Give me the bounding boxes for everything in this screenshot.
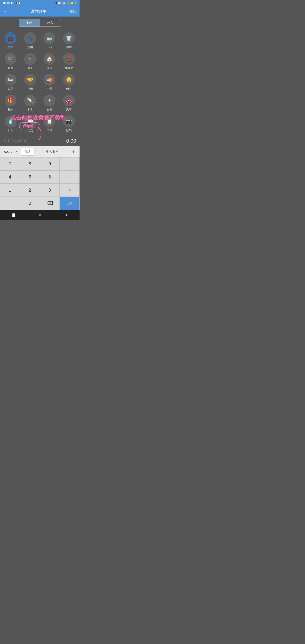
office-icon: 💼 (5, 32, 17, 44)
daily-label: 日化 (8, 128, 13, 132)
donation-icon: 🤝 (24, 74, 36, 86)
back-button[interactable]: ← (4, 8, 8, 14)
numpad-key-.[interactable]: . (0, 197, 20, 210)
category-item-tour[interactable]: ✈旅游 (40, 92, 59, 113)
cosmetics-icon: 💄 (63, 53, 75, 65)
system-nav-bar: ||| ○ < (0, 210, 80, 220)
category-item-fitness[interactable]: 🏃健身 (20, 51, 40, 72)
fitness-icon: 🏃 (24, 53, 36, 65)
category-item-elderly[interactable]: 👴老人 (59, 72, 79, 92)
housing-label: 住房 (47, 66, 52, 70)
numpad-key-div[interactable]: ÷ (60, 184, 80, 197)
car-icon: 🚗 (63, 94, 75, 106)
tour-icon: ✈ (44, 94, 55, 106)
hd-label: HD (58, 2, 62, 4)
page-title: 新增账单 (31, 9, 47, 14)
nav-menu-button[interactable]: ||| (12, 213, 15, 217)
category-item-daily[interactable]: 🧴日化 (1, 113, 20, 134)
donation-label: 捐赠 (27, 87, 33, 91)
numpad-key-7[interactable]: 7 (0, 157, 20, 170)
status-right: 🔇 HD 📶 4G 📶 🔋 (54, 2, 77, 4)
delivery-label: 快递 (47, 87, 52, 91)
housing-icon: 🏠 (44, 53, 55, 65)
snack-label: 零食 (27, 108, 33, 112)
category-item-delivery[interactable]: 🚚快递 (40, 72, 59, 92)
social-label: 社交 (27, 128, 33, 132)
fitness-label: 健身 (27, 66, 33, 70)
category-item-travel[interactable]: 🚌出行 (40, 30, 59, 51)
numpad-key-0[interactable]: 0 (20, 197, 40, 210)
numpad-key-6[interactable]: 6 (40, 170, 60, 184)
category-item-housing[interactable]: 🏠住房 (40, 51, 59, 72)
numpad-key-backspace[interactable]: ⌫ (40, 197, 60, 210)
account-label[interactable]: 个人账本 (36, 150, 69, 154)
category-item-cosmetics[interactable]: 💄化妆品 (59, 51, 79, 72)
category-item-shopping[interactable]: 🛒购物 (1, 51, 20, 72)
photo-icon: 🖼 (11, 2, 14, 5)
digital-label: 数码 (66, 128, 72, 132)
office-label: 办公 (8, 45, 13, 49)
date-label[interactable]: 2023-7-27 (3, 150, 20, 154)
remark-bar: 备注: 加点备注呗... 0.00 (0, 136, 80, 146)
tab-group: 支出 收入 (19, 19, 61, 27)
category-item-car[interactable]: 🚗汽车 (59, 92, 79, 113)
numpad-key-OK[interactable]: OK (60, 197, 80, 210)
gift-icon: 🎁 (5, 94, 17, 106)
snack-icon: 🍡 (24, 94, 36, 106)
battery-icon: 🔋 (74, 2, 77, 4)
travel-icon: 🚌 (44, 32, 55, 44)
amount-display: 0.00 (66, 138, 76, 144)
nav-back-button[interactable]: < (65, 213, 68, 217)
pet-label: 宠物 (27, 45, 33, 49)
remark-label: 备注: (4, 139, 11, 143)
numpad-key-8[interactable]: 8 (20, 157, 40, 170)
category-item-digital[interactable]: 📷数码 (59, 113, 79, 134)
social-icon: 💬 (24, 115, 36, 127)
numpad-key--[interactable]: - (60, 157, 80, 170)
shopping-label: 购物 (8, 66, 13, 70)
numpad-key-1[interactable]: 1 (0, 184, 20, 197)
category-item-donation[interactable]: 🤝捐赠 (20, 72, 40, 92)
tour-label: 旅游 (47, 108, 52, 112)
travel-label: 出行 (47, 45, 52, 49)
signal-bar: 📶 (70, 2, 73, 4)
category-item-office[interactable]: 💼办公 (1, 30, 20, 51)
numpad-key-3[interactable]: 3 (40, 184, 60, 197)
daily-icon: 🧴 (5, 115, 17, 127)
mute-icon: 🔇 (54, 2, 57, 4)
clothing-icon: 👕 (63, 32, 75, 44)
home-icon: 🛏 (5, 74, 17, 86)
elderly-icon: 👴 (63, 74, 75, 86)
category-item-gift[interactable]: 🎁礼物 (1, 92, 20, 113)
numpad-key-4[interactable]: 4 (0, 170, 20, 184)
add-account-button[interactable]: + (70, 148, 77, 155)
home-label: 家居 (8, 87, 13, 91)
books-icon: 📋 (44, 115, 55, 127)
shopping-icon: 🛒 (5, 53, 17, 65)
tab-switcher: 支出 收入 (0, 16, 80, 28)
numpad-key-2[interactable]: 2 (20, 184, 40, 197)
nav-home-button[interactable]: ○ (39, 213, 41, 217)
tab-income[interactable]: 收入 (40, 19, 61, 26)
numpad-key-mul[interactable]: × (60, 170, 80, 184)
elderly-label: 老人 (66, 87, 72, 91)
account-button[interactable]: 现金 (21, 148, 34, 156)
bottom-bar: 2023-7-27 现金 个人账本 + (0, 146, 80, 157)
numpad-key-5[interactable]: 5 (20, 170, 40, 184)
category-item-snack[interactable]: 🍡零食 (20, 92, 40, 113)
category-item-books[interactable]: 📋书籍 (40, 113, 59, 134)
category-item-pet[interactable]: 🐾宠物 (20, 30, 40, 51)
category-item-home[interactable]: 🛏家居 (1, 72, 20, 92)
done-button[interactable]: 完成 (69, 9, 76, 14)
status-left: 10:03 🖼 DeX (3, 2, 20, 5)
cosmetics-label: 化妆品 (65, 66, 73, 70)
category-grid: 💼办公🐾宠物🚌出行👕服饰🛒购物🏃健身🏠住房💄化妆品🛏家居🤝捐赠🚚快递👴老人🎁礼物… (0, 28, 80, 136)
category-item-clothing[interactable]: 👕服饰 (59, 30, 79, 51)
numpad-key-9[interactable]: 9 (40, 157, 60, 170)
tab-expense[interactable]: 支出 (19, 19, 40, 26)
remark-placeholder[interactable]: 加点备注呗... (12, 139, 30, 143)
category-item-social[interactable]: 💬社交 (20, 113, 40, 134)
header: ← 新增账单 完成 (0, 6, 80, 16)
numpad: 789-456×123÷.0⌫OK (0, 157, 80, 210)
gift-label: 礼物 (8, 108, 13, 112)
